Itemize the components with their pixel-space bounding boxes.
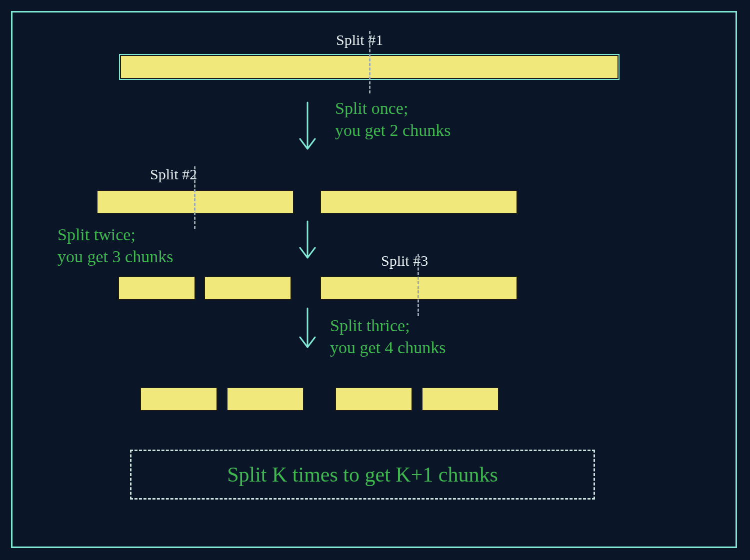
bar-row4-3 — [335, 387, 412, 411]
caption-thrice: Split thrice; you get 4 chunks — [330, 315, 446, 359]
bar-row3-1 — [118, 276, 196, 300]
arrow-3 — [295, 306, 320, 353]
bar-row4-1 — [140, 387, 218, 411]
arrow-2 — [295, 219, 320, 264]
formula-box: Split K times to get K+1 chunks — [130, 450, 595, 500]
split-1-label: Split #1 — [336, 31, 383, 48]
bar-row4-2 — [226, 387, 304, 411]
bar-row3-2 — [204, 276, 292, 300]
formula-text: Split K times to get K+1 chunks — [227, 463, 498, 487]
split-3-label: Split #3 — [381, 252, 428, 269]
split-2-label: Split #2 — [150, 166, 197, 183]
split-1-dash — [369, 31, 370, 93]
bar-row4-4 — [422, 387, 499, 411]
caption-once: Split once; you get 2 chunks — [335, 97, 450, 141]
split-3-dash — [418, 254, 419, 316]
arrow-1 — [295, 100, 320, 155]
split-2-dash — [194, 166, 196, 229]
bar-row2-right — [320, 190, 518, 214]
caption-twice: Split twice; you get 3 chunks — [58, 224, 173, 268]
